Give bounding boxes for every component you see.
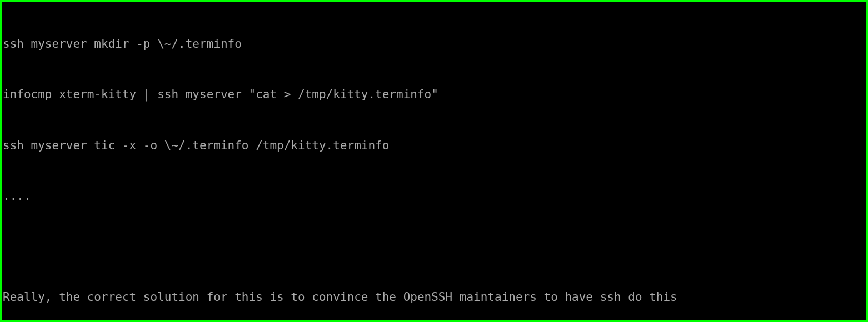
- output-line: ssh myserver tic -x -o \~/.terminfo /tmp…: [3, 137, 865, 154]
- output-line: ssh myserver mkdir -p \~/.terminfo: [3, 36, 865, 52]
- output-line: infocmp xterm-kitty | ssh myserver "cat …: [3, 86, 865, 103]
- output-line: [3, 238, 865, 255]
- terminal-output[interactable]: ssh myserver mkdir -p \~/.terminfo infoc…: [2, 2, 866, 322]
- output-line: ....: [3, 188, 865, 204]
- output-line: Really, the correct solution for this is…: [3, 289, 865, 305]
